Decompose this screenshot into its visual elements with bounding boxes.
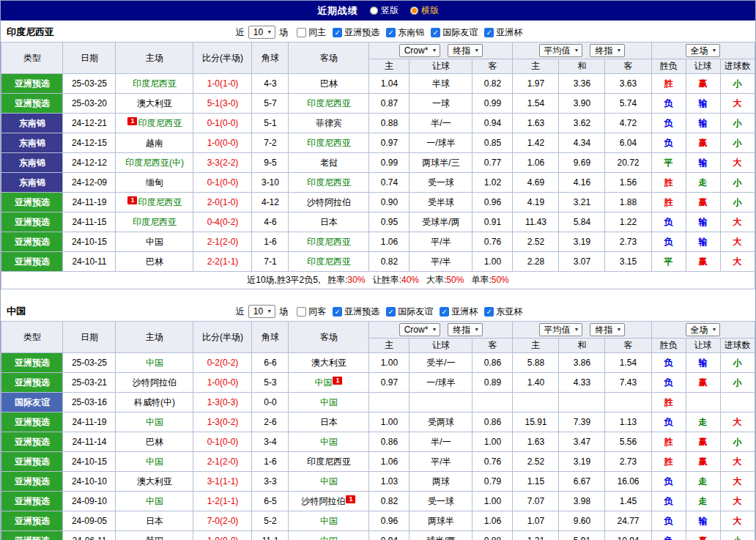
odds-cell: 受半/一 [410,353,472,373]
section-team-title: 印度尼西亚 [7,26,54,39]
header-select[interactable]: 终指▼ [448,323,483,336]
sub-column-header: 主 [513,339,559,353]
match-date-cell: 24-12-15 [63,133,116,153]
score-cell: 1-0(0-0) [193,373,252,393]
avg-odds-cell: 4.34 [559,133,605,153]
summary-stat-label: 让胜率: [373,275,401,285]
header-select[interactable]: 平均值▼ [539,323,583,336]
avg-odds-cell: 5.84 [559,212,605,232]
games-label: 场 [279,26,288,39]
avg-odds-cell: 5.91 [559,531,605,540]
away-team-cell: 中国 [289,472,369,492]
header-select[interactable]: 全场▼ [686,323,721,336]
odds-cell: 0.94 [472,114,513,133]
match-date-cell: 24-10-15 [63,452,116,472]
result-cell: 负 [651,531,686,540]
header-select-value: 平均值 [544,325,571,335]
corners-cell: 5-1 [252,114,289,133]
filter-checkbox-2[interactable]: ✓东南锦 [386,26,424,39]
match-count-select[interactable]: 10▼ [248,305,275,318]
away-team-cell: 中国 [289,531,369,540]
filter-checkbox-0[interactable]: 同主 [297,26,326,39]
header-select[interactable]: 终指▼ [590,44,625,57]
away-team-cell: 印度尼西亚 [289,452,369,472]
home-team-cell: 1印度尼西亚 [116,114,193,133]
corners-cell: 6-6 [252,353,289,373]
layout-option-horizontal[interactable]: 横版 [410,4,439,17]
filter-checkbox-4[interactable]: ✓东亚杯 [484,306,522,318]
corners-cell: 6-5 [252,492,289,511]
result-cell: 输 [686,212,720,232]
header-select[interactable]: 终指▼ [590,323,625,336]
sub-column-header: 让球 [686,339,720,353]
away-team-cell: 印度尼西亚 [289,94,369,114]
checkbox-label: 亚洲杯 [496,26,522,39]
home-team-name: 韩国 [146,536,163,540]
home-team-cell: 巴林 [116,432,193,452]
filter-checkbox-1[interactable]: ✓亚洲预选 [333,26,379,39]
away-team-name: 中国 [320,476,338,487]
header-select[interactable]: Crow*▼ [399,323,441,336]
section-header: 印度尼西亚近10▼场同主✓亚洲预选✓东南锦✓国际友谊✓亚洲杯 [1,23,755,42]
filter-checkbox-0[interactable]: 同客 [297,306,326,318]
result-cell: 走 [686,472,720,492]
checked-checkbox-icon: ✓ [386,28,396,37]
home-team-name: 科威特(中) [134,397,175,407]
avg-odds-cell: 1.22 [605,212,651,232]
match-count-select[interactable]: 10▼ [248,26,275,39]
layout-option-vertical[interactable]: 竖版 [370,4,399,17]
result-cell: 负 [651,133,686,153]
home-team-cell: 巴林 [116,252,193,272]
sections-container: 印度尼西亚近10▼场同主✓亚洲预选✓东南锦✓国际友谊✓亚洲杯类型日期主场比分(半… [1,21,755,540]
avg-odds-cell: 1.88 [605,193,651,212]
score-cell: 0-1(0-0) [193,432,252,452]
summary-row: 近10场,胜3平2负5,胜率:30%让胜率:40%大率:50%单率:50% [1,272,755,289]
home-team-name: 印度尼西亚 [133,217,177,227]
filter-checkbox-2[interactable]: ✓国际友谊 [386,306,433,318]
sub-column-header: 进球数 [720,59,755,74]
header-select[interactable]: 平均值▼ [539,44,583,57]
filter-checkbox-1[interactable]: ✓亚洲预选 [333,306,379,318]
result-cell: 平 [651,153,686,173]
away-team-cell: 日本 [289,212,369,232]
header-select-value: Crow* [404,325,429,335]
away-team-cell: 菲律宾 [289,114,369,133]
sub-column-header: 主 [369,339,410,353]
odds-cell: 0.99 [472,94,513,114]
odds-cell: 0.79 [472,472,513,492]
result-cell: 小 [720,114,755,133]
match-date-cell: 24-11-19 [63,193,116,212]
avg-odds-cell: 5.88 [513,353,559,373]
header-select[interactable]: 全场▼ [686,44,721,57]
result-cell: 负 [651,492,686,511]
result-cell: 大 [720,232,755,252]
header-select-wrap: 平均值▼终指▼ [513,44,651,57]
filter-checkbox-4[interactable]: ✓亚洲杯 [484,26,522,39]
odds-cell: 两球半 [410,511,472,531]
odds-cell: 0.82 [369,492,410,511]
result-cell: 平 [651,252,686,272]
sub-column-header: 和 [559,339,605,353]
league-type-cell: 亚洲预选 [1,531,63,540]
corners-cell: 0-0 [252,393,289,413]
header-select[interactable]: 终指▼ [448,44,483,57]
result-cell: 负 [651,353,686,373]
result-cell: 赢 [686,74,720,94]
match-date-cell: 24-11-15 [63,212,116,232]
corners-cell: 5-3 [252,373,289,393]
odds-cell: 0.82 [472,74,513,94]
dropdown-arrow-icon: ▼ [616,325,621,335]
filter-checkbox-3[interactable]: ✓亚洲杯 [440,306,478,318]
column-header: 类型 [1,322,63,353]
corners-cell: 3-3 [252,472,289,492]
corners-cell: 1-6 [252,232,289,252]
odds-cell: 1.02 [472,173,513,193]
avg-odds-cell: 3.07 [559,252,605,272]
filter-checkbox-3[interactable]: ✓国际友谊 [431,26,478,39]
result-cell: 走 [686,173,720,193]
header-select[interactable]: Crow*▼ [399,44,441,57]
home-team-name: 越南 [146,138,163,148]
result-cell: 大 [720,153,755,173]
match-row: 亚洲预选24-10-11巴林2-2(1-1)7-1印度尼西亚0.82平/半1.0… [1,252,755,272]
avg-odds-cell: 1.15 [513,472,559,492]
